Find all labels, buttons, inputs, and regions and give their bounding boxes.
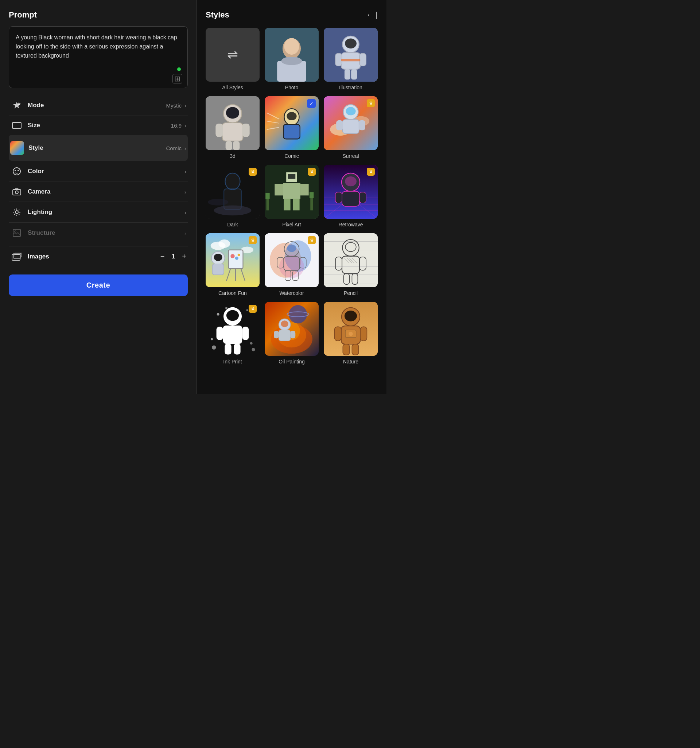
style-name-photo: Photo (285, 85, 298, 90)
color-row[interactable]: Color › (9, 161, 188, 181)
svg-point-89 (218, 240, 230, 248)
style-item-illustration[interactable]: Illustration (324, 28, 378, 90)
size-icon (10, 122, 23, 129)
svg-point-99 (235, 257, 239, 260)
prompt-text: A young Black woman with short dark hair… (16, 33, 181, 60)
style-name-pixelart: Pixel Art (282, 222, 301, 228)
svg-point-24 (282, 57, 302, 65)
svg-point-142 (247, 309, 248, 311)
svg-rect-56 (359, 120, 365, 130)
camera-label: Camera (28, 188, 184, 195)
watercolor-crown-badge: ♛ (308, 236, 316, 244)
style-item-all-styles[interactable]: ⇌ All Styles (205, 28, 260, 90)
svg-point-139 (211, 338, 213, 341)
style-name-nature: Nature (343, 359, 358, 365)
svg-rect-73 (265, 193, 269, 199)
svg-rect-75 (309, 192, 313, 198)
svg-line-14 (14, 214, 15, 215)
style-item-photo[interactable]: Photo (265, 28, 319, 90)
svg-rect-67 (283, 183, 300, 199)
style-row[interactable]: Style Comic › (9, 135, 188, 161)
svg-point-137 (212, 345, 216, 350)
structure-row[interactable]: Structure › (9, 222, 188, 243)
svg-rect-17 (12, 254, 20, 260)
style-name-pencil: Pencil (344, 290, 358, 296)
svg-line-11 (14, 210, 15, 210)
style-item-dark[interactable]: ♛ Dark (205, 165, 260, 228)
style-name-surreal: Surreal (342, 153, 359, 159)
create-button[interactable]: Create (9, 275, 188, 296)
svg-rect-70 (284, 199, 290, 210)
svg-line-13 (18, 210, 19, 210)
style-item-watercolor[interactable]: ♛ Watercolor (265, 233, 319, 296)
svg-point-131 (227, 310, 239, 321)
style-thumb-pixelart: ♛ (265, 165, 319, 219)
style-thumb-oilpainting (265, 302, 319, 356)
svg-rect-69 (300, 184, 309, 195)
cartoonfun-crown-badge: ♛ (249, 236, 257, 244)
style-thumb-illustration (324, 28, 378, 82)
styles-grid: ⇌ All Styles Photo (205, 28, 378, 365)
camera-row[interactable]: Camera › (9, 181, 188, 202)
style-name-cartoonfun: Cartoon Fun (218, 290, 247, 296)
size-row[interactable]: Size 16:9 › (9, 116, 188, 135)
lighting-row[interactable]: Lighting › (9, 202, 188, 222)
images-decrease-button[interactable]: − (160, 252, 165, 261)
svg-rect-38 (216, 123, 223, 137)
color-icon (10, 167, 23, 176)
svg-point-62 (214, 205, 251, 216)
style-item-inkprint[interactable]: ♛ Ink Print (205, 302, 260, 365)
svg-rect-161 (343, 344, 349, 355)
images-icon (10, 252, 23, 261)
style-item-surreal[interactable]: ♛ Surreal (324, 96, 378, 159)
svg-point-140 (251, 348, 255, 351)
structure-label: Structure (28, 229, 184, 237)
mode-icon (10, 101, 23, 110)
back-separator: | (376, 10, 378, 20)
style-item-pixelart[interactable]: ♛ Pixel Art (265, 165, 319, 228)
images-row: Images − 1 + (9, 246, 188, 266)
style-item-comic[interactable]: ✓ Comic (265, 96, 319, 159)
svg-point-27 (345, 39, 356, 49)
pixelart-crown-badge: ♛ (308, 168, 316, 176)
style-item-oilpainting[interactable]: Oil Painting (265, 302, 319, 365)
svg-rect-86 (359, 192, 366, 203)
svg-rect-33 (341, 59, 360, 61)
style-item-cartoonfun[interactable]: ♛ Cartoon Fun (205, 233, 260, 296)
svg-rect-29 (335, 53, 342, 66)
svg-rect-154 (291, 331, 296, 338)
prompt-title: Prompt (9, 10, 188, 20)
svg-point-6 (15, 211, 18, 214)
svg-rect-74 (310, 197, 313, 210)
svg-point-2 (15, 170, 16, 171)
svg-rect-112 (324, 233, 378, 287)
svg-rect-31 (344, 69, 350, 79)
style-thumb-pencil (324, 233, 378, 287)
size-value: 16:9 (171, 123, 181, 129)
back-icon: ← (366, 10, 374, 20)
lighting-label: Lighting (28, 208, 184, 216)
mode-row[interactable]: Mode Mystic › (9, 95, 188, 116)
svg-point-22 (285, 38, 299, 55)
svg-point-44 (286, 112, 297, 120)
style-thumb-retrowave: ♛ (324, 165, 378, 219)
svg-rect-152 (279, 330, 291, 341)
size-chevron: › (184, 123, 186, 129)
images-increase-button[interactable]: + (182, 252, 186, 261)
style-thumb-cartoonfun: ♛ (205, 233, 260, 287)
back-button[interactable]: ← | (366, 10, 378, 20)
style-item-nature[interactable]: Nature (324, 302, 378, 365)
prompt-expand-icon[interactable]: ⊞ (172, 74, 182, 84)
style-item-3d[interactable]: 3d (205, 96, 260, 159)
svg-point-151 (281, 321, 288, 327)
style-name-illustration: Illustration (339, 85, 362, 90)
style-item-retrowave[interactable]: ♛ Retrowave (324, 165, 378, 228)
svg-point-5 (15, 191, 18, 194)
style-thumb-inkprint: ♛ (205, 302, 260, 356)
style-label: Style (29, 144, 166, 152)
style-item-pencil[interactable]: Pencil (324, 233, 378, 296)
prompt-box[interactable]: A young Black woman with short dark hair… (9, 26, 188, 88)
svg-point-98 (230, 254, 234, 258)
style-thumb-comic: ✓ (265, 96, 319, 150)
style-name-3d: 3d (230, 153, 236, 159)
